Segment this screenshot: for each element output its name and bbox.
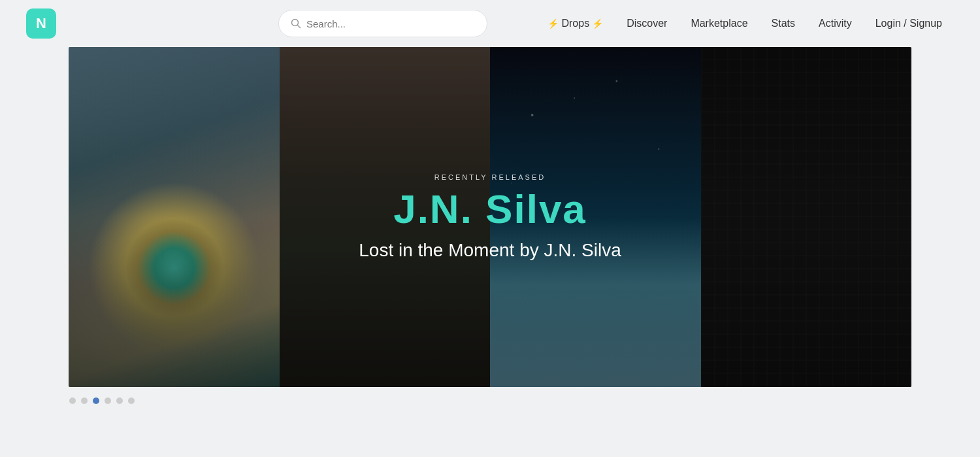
hero-panel-4 xyxy=(701,47,912,387)
search-bar xyxy=(278,10,487,37)
nav-item-stats[interactable]: Stats xyxy=(760,0,807,47)
search-input[interactable] xyxy=(306,18,475,29)
nav-item-drops[interactable]: ⚡ Drops ⚡ xyxy=(536,18,615,29)
logo-area: N xyxy=(26,8,56,39)
hero-panel-1 xyxy=(69,47,280,387)
logo-letter: N xyxy=(36,15,46,32)
hero-section: RECENTLY RELEASED J.N. Silva Lost in the… xyxy=(69,47,911,387)
hero-panel-3 xyxy=(490,47,701,387)
header: N ⚡ Drops ⚡ Discover Marketplace Stats A… xyxy=(0,0,980,47)
dot-5[interactable] xyxy=(116,398,123,404)
nav-item-activity[interactable]: Activity xyxy=(807,0,864,47)
lightning-left-icon: ⚡ xyxy=(547,18,559,29)
dot-1[interactable] xyxy=(69,398,76,404)
search-icon xyxy=(291,18,301,29)
hero-images xyxy=(69,47,911,387)
svg-line-1 xyxy=(298,25,301,28)
nav-item-discover[interactable]: Discover xyxy=(615,0,679,47)
nav: ⚡ Drops ⚡ Discover Marketplace Stats Act… xyxy=(536,0,954,47)
logo[interactable]: N xyxy=(26,8,56,39)
nav-item-marketplace[interactable]: Marketplace xyxy=(679,0,759,47)
dot-3-active[interactable] xyxy=(93,398,99,404)
drops-label: Drops xyxy=(561,18,589,29)
search-wrap xyxy=(278,10,487,37)
dot-6[interactable] xyxy=(128,398,135,404)
panel-4-overlay xyxy=(701,47,912,387)
dot-4[interactable] xyxy=(105,398,111,404)
dot-2[interactable] xyxy=(81,398,88,404)
panel-3-overlay xyxy=(490,47,701,387)
lightning-right-icon: ⚡ xyxy=(592,18,603,29)
panel-2-overlay xyxy=(280,47,491,387)
nav-item-login[interactable]: Login / Signup xyxy=(864,0,954,47)
hero-panel-2 xyxy=(280,47,491,387)
carousel-dots xyxy=(0,387,980,404)
